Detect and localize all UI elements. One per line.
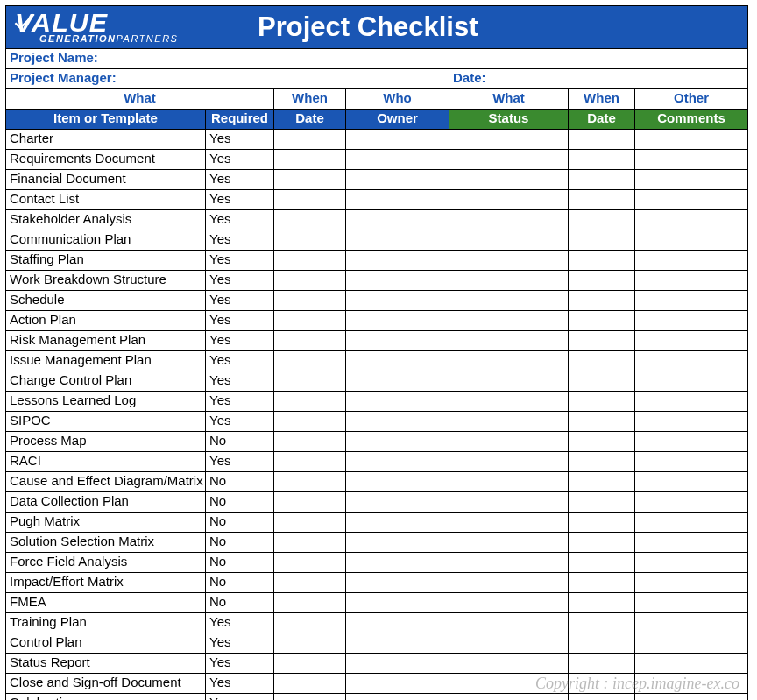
cell-date-1[interactable] [274, 613, 346, 633]
cell-comments[interactable] [635, 230, 748, 251]
cell-date-2[interactable] [569, 291, 635, 311]
cell-status[interactable] [449, 311, 569, 331]
cell-date-2[interactable] [569, 351, 635, 371]
date-label[interactable]: Date: [449, 69, 748, 89]
cell-comments[interactable] [635, 331, 748, 351]
cell-date-2[interactable] [569, 452, 635, 472]
cell-date-1[interactable] [274, 210, 346, 230]
cell-date-2[interactable] [569, 190, 635, 210]
cell-date-1[interactable] [274, 331, 346, 351]
cell-date-2[interactable] [569, 311, 635, 331]
cell-owner[interactable] [346, 513, 449, 533]
cell-comments[interactable] [635, 472, 748, 492]
cell-date-2[interactable] [569, 331, 635, 351]
cell-date-1[interactable] [274, 432, 346, 452]
cell-date-1[interactable] [274, 351, 346, 371]
cell-owner[interactable] [346, 613, 449, 633]
cell-status[interactable] [449, 251, 569, 271]
cell-date-2[interactable] [569, 472, 635, 492]
cell-date-1[interactable] [274, 472, 346, 492]
cell-owner[interactable] [346, 553, 449, 573]
cell-status[interactable] [449, 513, 569, 533]
cell-date-1[interactable] [274, 311, 346, 331]
cell-comments[interactable] [635, 170, 748, 190]
cell-date-2[interactable] [569, 674, 635, 694]
cell-status[interactable] [449, 271, 569, 291]
cell-owner[interactable] [346, 331, 449, 351]
cell-date-2[interactable] [569, 271, 635, 291]
cell-owner[interactable] [346, 573, 449, 593]
cell-status[interactable] [449, 170, 569, 190]
cell-comments[interactable] [635, 351, 748, 371]
cell-comments[interactable] [635, 513, 748, 533]
cell-comments[interactable] [635, 654, 748, 674]
cell-date-2[interactable] [569, 230, 635, 251]
cell-date-2[interactable] [569, 654, 635, 674]
cell-status[interactable] [449, 472, 569, 492]
cell-date-1[interactable] [274, 513, 346, 533]
cell-date-1[interactable] [274, 251, 346, 271]
cell-status[interactable] [449, 533, 569, 553]
cell-date-2[interactable] [569, 170, 635, 190]
cell-comments[interactable] [635, 412, 748, 432]
cell-status[interactable] [449, 452, 569, 472]
cell-comments[interactable] [635, 674, 748, 694]
cell-date-1[interactable] [274, 190, 346, 210]
cell-date-2[interactable] [569, 613, 635, 633]
cell-date-1[interactable] [274, 170, 346, 190]
cell-status[interactable] [449, 492, 569, 513]
cell-status[interactable] [449, 371, 569, 392]
cell-owner[interactable] [346, 351, 449, 371]
project-name-label[interactable]: Project Name: [6, 49, 748, 69]
cell-status[interactable] [449, 230, 569, 251]
cell-date-1[interactable] [274, 654, 346, 674]
cell-date-1[interactable] [274, 271, 346, 291]
cell-status[interactable] [449, 412, 569, 432]
cell-status[interactable] [449, 150, 569, 170]
cell-status[interactable] [449, 351, 569, 371]
cell-date-1[interactable] [274, 573, 346, 593]
cell-status[interactable] [449, 694, 569, 701]
cell-status[interactable] [449, 593, 569, 613]
cell-owner[interactable] [346, 291, 449, 311]
cell-date-1[interactable] [274, 553, 346, 573]
cell-date-2[interactable] [569, 432, 635, 452]
cell-status[interactable] [449, 190, 569, 210]
cell-date-2[interactable] [569, 392, 635, 412]
cell-date-2[interactable] [569, 130, 635, 150]
cell-status[interactable] [449, 613, 569, 633]
cell-owner[interactable] [346, 492, 449, 513]
cell-date-2[interactable] [569, 533, 635, 553]
cell-status[interactable] [449, 553, 569, 573]
cell-owner[interactable] [346, 210, 449, 230]
cell-status[interactable] [449, 210, 569, 230]
cell-status[interactable] [449, 331, 569, 351]
cell-owner[interactable] [346, 230, 449, 251]
cell-date-2[interactable] [569, 573, 635, 593]
cell-owner[interactable] [346, 392, 449, 412]
cell-date-2[interactable] [569, 210, 635, 230]
cell-owner[interactable] [346, 674, 449, 694]
cell-date-1[interactable] [274, 230, 346, 251]
cell-owner[interactable] [346, 130, 449, 150]
cell-date-2[interactable] [569, 593, 635, 613]
cell-owner[interactable] [346, 150, 449, 170]
cell-comments[interactable] [635, 694, 748, 701]
cell-owner[interactable] [346, 371, 449, 392]
cell-date-1[interactable] [274, 593, 346, 613]
cell-comments[interactable] [635, 291, 748, 311]
cell-date-1[interactable] [274, 392, 346, 412]
cell-owner[interactable] [346, 654, 449, 674]
cell-owner[interactable] [346, 452, 449, 472]
cell-date-1[interactable] [274, 150, 346, 170]
cell-date-2[interactable] [569, 492, 635, 513]
cell-date-2[interactable] [569, 694, 635, 701]
cell-comments[interactable] [635, 251, 748, 271]
cell-date-2[interactable] [569, 633, 635, 654]
cell-comments[interactable] [635, 593, 748, 613]
cell-owner[interactable] [346, 190, 449, 210]
cell-status[interactable] [449, 633, 569, 654]
cell-comments[interactable] [635, 533, 748, 553]
cell-owner[interactable] [346, 432, 449, 452]
cell-comments[interactable] [635, 392, 748, 412]
